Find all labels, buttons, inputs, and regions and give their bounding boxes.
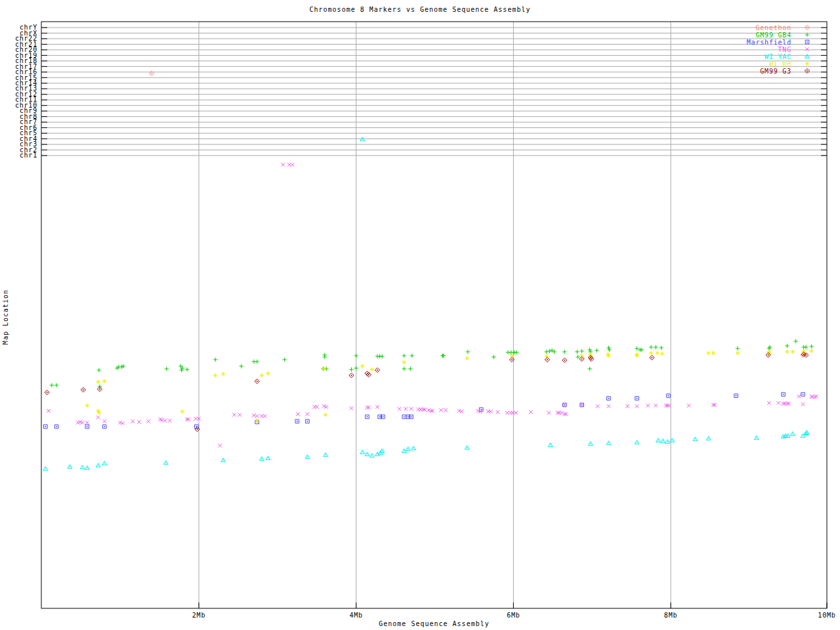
wi-rh-marker xyxy=(180,410,184,413)
tng-marker xyxy=(47,409,51,413)
wi-rh-marker xyxy=(360,364,364,368)
gm99-gb4-marker xyxy=(185,368,189,371)
wi-rh-marker-shape xyxy=(785,350,789,354)
wi-rh-marker-shape xyxy=(791,350,795,354)
tng-marker xyxy=(350,406,354,410)
wi-rh-marker-shape xyxy=(649,351,653,355)
tng-marker xyxy=(560,411,564,415)
wi-yac-marker-dot xyxy=(756,437,757,438)
gm99-gb4-marker-shape xyxy=(402,367,406,371)
tng-marker-shape xyxy=(306,412,310,416)
gm99-gb4-marker-shape xyxy=(785,344,789,348)
wi-rh-marker-shape xyxy=(736,351,740,355)
legend-marker-wi-rh xyxy=(805,62,809,66)
wi-rh-marker-shape xyxy=(402,360,406,364)
gm99-gb4-marker-shape xyxy=(545,350,549,354)
tng-marker xyxy=(547,411,551,415)
gm99-gb4-marker xyxy=(595,348,598,352)
legend-label-marshfield: Marshfield xyxy=(747,39,791,46)
y-tick-label-chr1: chr1 xyxy=(20,152,37,159)
marshfield-marker xyxy=(306,419,310,423)
wi-yac-marker-dot xyxy=(550,444,551,446)
wi-yac-marker-dot xyxy=(792,433,793,434)
tng-marker-shape xyxy=(776,401,780,405)
marshfield-marker-dot xyxy=(104,426,105,427)
tng-marker xyxy=(252,413,256,417)
gm99-gb4-marker-shape xyxy=(466,350,470,354)
tng-marker xyxy=(529,410,533,414)
wi-yac-marker xyxy=(661,439,665,443)
wi-yac-marker-dot xyxy=(637,442,638,443)
tng-marker xyxy=(375,405,379,409)
tng-marker-shape xyxy=(580,403,584,407)
wi-yac-marker-dot xyxy=(87,467,88,469)
gm99-g3-marker xyxy=(81,387,85,392)
marshfield-marker-dot xyxy=(803,394,804,395)
legend-marker-tng xyxy=(805,47,809,51)
tng-marker-shape xyxy=(315,405,319,409)
tng-marker-shape xyxy=(444,408,448,412)
gm99-gb4-marker xyxy=(804,345,808,349)
tng-marker-shape xyxy=(410,407,413,411)
wi-yac-marker xyxy=(588,442,593,446)
tng-marker xyxy=(238,413,242,417)
tng-marker xyxy=(511,411,514,415)
wi-rh-marker-shape xyxy=(213,373,217,377)
wi-yac-marker-dot xyxy=(377,453,378,455)
marshfield-marker-dot xyxy=(56,426,57,427)
wi-yac-marker-dot xyxy=(70,466,71,467)
gm99-gb4-marker xyxy=(587,348,591,352)
marshfield-marker xyxy=(43,425,47,429)
gm99-g3-marker-dot xyxy=(351,375,352,376)
wi-rh-marker xyxy=(649,351,653,355)
wi-yac-marker-dot xyxy=(261,458,262,459)
tng-marker xyxy=(263,414,267,418)
wi-rh-marker xyxy=(785,350,789,354)
tng-marker xyxy=(801,402,805,406)
wi-yac-marker xyxy=(406,447,410,451)
wi-yac-marker xyxy=(266,456,270,460)
gm99-g3-marker-dot xyxy=(547,359,548,360)
gm99-gb4-marker xyxy=(587,367,591,371)
wi-yac-marker-dot xyxy=(222,459,224,461)
legend-marker-wi-rh-shape xyxy=(805,62,809,66)
gm99-gb4-marker-shape xyxy=(323,355,327,359)
tng-marker xyxy=(287,163,291,167)
gm99-gb4-marker-shape xyxy=(562,350,566,354)
wi-rh-marker-shape xyxy=(322,367,326,371)
wi-yac-marker-dot xyxy=(98,465,99,466)
tng-marker xyxy=(580,403,584,407)
gm99-gb4-marker-shape xyxy=(165,367,169,371)
gm99-gb4-marker-shape xyxy=(649,345,653,349)
tng-marker xyxy=(306,412,310,416)
wi-yac-marker xyxy=(102,461,107,465)
marshfield-marker-dot xyxy=(408,416,409,417)
gm99-gb4-marker xyxy=(97,368,101,372)
tng-marker xyxy=(607,404,611,408)
gm99-g3-marker-dot xyxy=(377,369,378,371)
wi-yac-marker-dot xyxy=(708,438,709,439)
wi-rh-marker-shape xyxy=(369,368,373,371)
gm99-gb4-marker-shape xyxy=(587,367,591,371)
tng-marker xyxy=(563,403,567,407)
wi-yac-marker xyxy=(754,436,759,440)
wi-rh-marker-shape xyxy=(360,364,364,368)
marshfield-marker xyxy=(667,394,671,398)
wi-yac-marker-dot xyxy=(381,450,383,452)
wi-yac-marker xyxy=(163,461,168,465)
gm99-gb4-marker xyxy=(492,355,495,359)
gm99-gb4-marker xyxy=(576,355,579,359)
gm99-g3-marker xyxy=(255,379,259,383)
tng-marker-shape xyxy=(801,402,805,406)
marshfield-marker-dot xyxy=(608,398,610,399)
tng-marker-shape xyxy=(505,411,509,415)
gm99-gb4-marker xyxy=(649,345,653,349)
gm99-gb4-marker-shape xyxy=(579,349,583,353)
wi-rh-marker-shape xyxy=(102,379,106,383)
tng-marker-shape xyxy=(146,419,150,423)
tng-marker-shape xyxy=(96,415,100,419)
gm99-gb4-marker xyxy=(809,345,813,348)
wi-yac-marker-dot xyxy=(662,440,663,442)
wi-yac-marker-dot xyxy=(694,438,696,440)
wi-yac-marker-dot xyxy=(608,442,610,444)
